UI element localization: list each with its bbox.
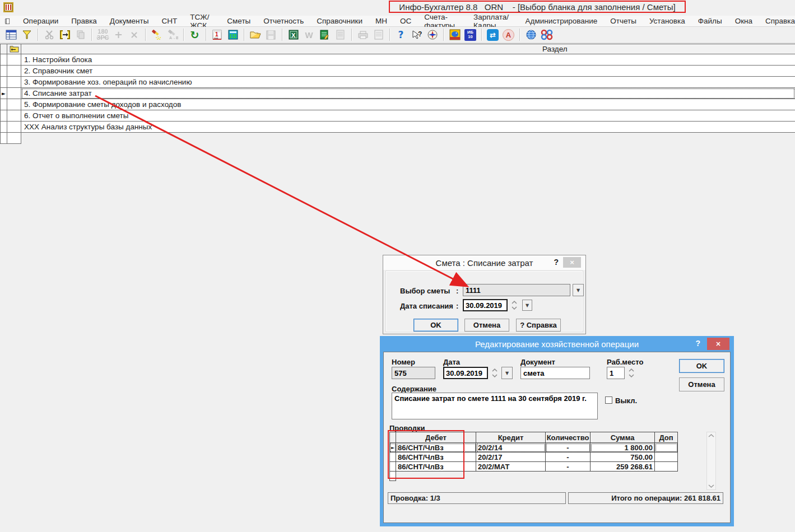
col-credit[interactable]: Кредит	[476, 432, 546, 443]
ok-button[interactable]: OK	[679, 359, 724, 373]
menu-bar: Операции Правка Документы СНТ ТСЖ/ЖСК См…	[0, 16, 795, 27]
copy-icon[interactable]	[74, 29, 87, 41]
toolbar-separator	[91, 29, 92, 41]
date-spinner[interactable]	[491, 367, 498, 379]
edit-document-icon[interactable]	[318, 29, 331, 41]
off-checkbox[interactable]	[605, 396, 612, 404]
section-row[interactable]: 2. Справочник смет	[0, 66, 795, 77]
word-export-icon[interactable]: W	[303, 29, 315, 41]
refresh-icon[interactable]: ↻	[188, 29, 201, 41]
content-label: Содержание	[392, 385, 436, 393]
cut-icon[interactable]	[43, 29, 55, 41]
section-row[interactable]: XXX Анализ структуры базы данных	[0, 122, 795, 133]
document-input[interactable]: смета	[520, 367, 590, 379]
smeta-select-value[interactable]: 1111	[463, 284, 570, 296]
workplace-spinner[interactable]	[628, 367, 635, 379]
date-dropdown-button[interactable]: ▼	[522, 300, 532, 311]
menu-smety[interactable]: Сметы	[227, 17, 250, 25]
menu-help[interactable]: Справка	[765, 17, 795, 25]
menu-references[interactable]: Справочники	[317, 17, 362, 25]
save-icon[interactable]	[264, 29, 277, 41]
context-help-icon[interactable]: ?	[410, 29, 423, 41]
teamviewer-icon[interactable]: ⇄	[486, 29, 499, 41]
delete-icon[interactable]: ×	[128, 29, 141, 41]
add-icon[interactable]: +	[112, 29, 125, 41]
search-replace-flashlight-icon[interactable]: А→В	[166, 29, 179, 41]
content-textarea[interactable]: Списание затрат по смете 1111 на 30 сент…	[392, 393, 598, 419]
search-flashlight-icon[interactable]	[150, 29, 163, 41]
document-icon[interactable]	[334, 29, 347, 41]
menu-documents[interactable]: Документы	[110, 17, 149, 25]
ammyy-admin-icon[interactable]: A	[502, 29, 515, 41]
postings-header-row: Дебет Кредит Количество Сумма Доп	[389, 432, 678, 443]
menu-snt[interactable]: СНТ	[161, 17, 177, 25]
paste-insert-icon[interactable]	[58, 29, 71, 41]
workplace-input[interactable]: 1	[607, 367, 625, 379]
toolbar-separator	[389, 29, 390, 41]
toolbar: 180ЗРС + × А→В ↻ 1янв X W ? ? ИБ10 ⇄ A	[0, 27, 795, 43]
section-row-selected[interactable]: ►4. Списание затрат	[0, 88, 795, 99]
date-dropdown-button[interactable]: ▼	[501, 367, 513, 379]
date-input[interactable]: 30.09.2019	[443, 367, 488, 379]
col-quantity[interactable]: Количество	[546, 432, 591, 443]
compass-icon[interactable]	[426, 29, 439, 41]
excel-export-icon[interactable]: X	[287, 29, 300, 41]
remote-connect-icon[interactable]	[540, 29, 553, 41]
menu-setup[interactable]: Установка	[649, 17, 685, 25]
col-extra[interactable]: Доп	[655, 432, 678, 443]
notebook-icon[interactable]	[4, 17, 10, 26]
open-folder-icon[interactable]	[249, 29, 262, 41]
menu-operations[interactable]: Операции	[23, 17, 58, 25]
cancel-button[interactable]: Отмена	[679, 377, 724, 391]
ok-button[interactable]: OK	[413, 319, 458, 332]
section-row[interactable]: 1. Настройки блока	[0, 54, 795, 66]
toolbar-separator	[38, 29, 38, 41]
menu-administration[interactable]: Администрирование	[526, 17, 598, 25]
globe-icon[interactable]	[524, 29, 537, 41]
calendar-icon[interactable]: 1янв	[211, 29, 224, 41]
row-marker-icon: ►	[0, 88, 7, 99]
col-sum[interactable]: Сумма	[591, 432, 655, 443]
dialog-close-icon[interactable]: ×	[563, 257, 581, 268]
print-icon[interactable]	[356, 29, 369, 41]
section-row[interactable]: 3. Формирование хоз. операций по начисле…	[0, 77, 795, 88]
scroll-down-icon[interactable]	[708, 484, 714, 488]
view-grid-icon[interactable]	[4, 29, 17, 41]
posting-row[interactable]: 86/СНТ/ЧлВз 20/2/МАТ - 259 268.61	[389, 462, 678, 472]
menu-mn[interactable]: МН	[375, 17, 387, 25]
section-row[interactable]: 6. Отчет о выполнении сметы	[0, 110, 795, 122]
bird-logo-icon[interactable]	[448, 29, 461, 41]
toolbar-separator	[351, 29, 352, 41]
posting-row[interactable]: ► 86/СНТ/ЧлВз 20/2/14 - 1 800.00	[389, 443, 678, 452]
calculator-icon[interactable]	[226, 29, 239, 41]
cancel-button[interactable]: Отмена	[464, 319, 509, 332]
toolbar-separator	[183, 29, 184, 41]
menu-reporting[interactable]: Отчетность	[263, 17, 304, 25]
menu-windows[interactable]: Окна	[735, 17, 752, 25]
dialog-help-icon[interactable]: ?	[695, 339, 700, 348]
writeoff-date-input[interactable]: 30.09.2019	[463, 299, 508, 311]
menu-files[interactable]: Файлы	[698, 17, 722, 25]
filter-icon[interactable]	[20, 29, 33, 41]
posting-row[interactable]: 86/СНТ/ЧлВз 20/2/17 - 750.00	[389, 452, 678, 462]
section-row[interactable]: 5. Формирование сметы доходов и расходов	[0, 99, 795, 110]
postings-scrollbar[interactable]	[706, 432, 716, 490]
date-label: Дата	[443, 358, 460, 366]
dialog-close-icon[interactable]: ×	[707, 338, 729, 350]
folder-up-icon[interactable]	[7, 44, 21, 54]
smeta-select-label: Выбор сметы	[400, 287, 450, 295]
scroll-up-icon[interactable]	[708, 433, 714, 438]
smeta-dropdown-button[interactable]: ▼	[573, 284, 584, 296]
ib-10-icon[interactable]: ИБ10	[464, 29, 477, 41]
rotate-180-icon[interactable]: 180ЗРС	[96, 29, 109, 41]
menu-reports[interactable]: Отчеты	[610, 17, 636, 25]
menu-os[interactable]: ОС	[400, 17, 411, 25]
print-preview-icon[interactable]	[372, 29, 385, 41]
help-button[interactable]: ? Справка	[516, 319, 561, 332]
writeoff-date-label: Дата списания	[400, 302, 453, 310]
menu-edit[interactable]: Правка	[71, 17, 97, 25]
dialog-help-icon[interactable]: ?	[554, 258, 559, 267]
help-icon[interactable]: ?	[394, 29, 407, 41]
col-debit[interactable]: Дебет	[396, 432, 476, 443]
date-spinner[interactable]	[511, 300, 518, 311]
